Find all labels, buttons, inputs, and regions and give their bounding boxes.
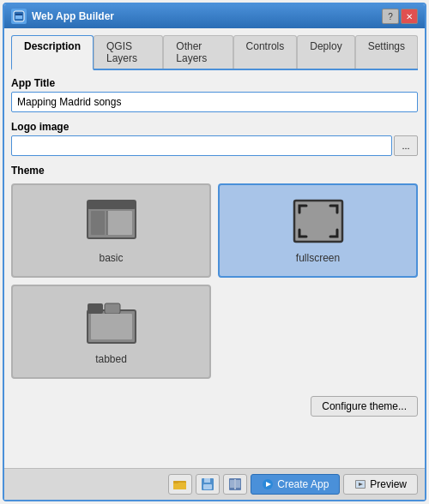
- svg-rect-12: [91, 314, 132, 339]
- svg-rect-2: [15, 14, 22, 15]
- svg-rect-5: [91, 211, 105, 235]
- logo-input-row: ...: [11, 135, 418, 156]
- main-content: Description QGIS Layers Other Layers Con…: [4, 28, 425, 468]
- svg-rect-22: [236, 480, 240, 488]
- theme-card-tabbed[interactable]: tabbed: [11, 285, 211, 379]
- tab-settings[interactable]: Settings: [355, 35, 418, 69]
- tab-description[interactable]: Description: [11, 35, 94, 70]
- tab-qgis-layers[interactable]: QGIS Layers: [94, 35, 163, 69]
- basic-theme-icon: [84, 197, 139, 245]
- create-app-label: Create App: [277, 478, 329, 490]
- titlebar-controls: ? ✕: [382, 9, 418, 24]
- svg-rect-21: [230, 480, 234, 488]
- logo-group: Logo image ...: [11, 121, 418, 156]
- app-icon: [11, 9, 27, 24]
- svg-rect-18: [203, 484, 212, 489]
- close-button[interactable]: ✕: [401, 9, 418, 24]
- theme-label: Theme: [11, 165, 418, 177]
- open-button[interactable]: [168, 474, 192, 495]
- titlebar: Web App Builder ? ✕: [4, 4, 425, 28]
- app-title-group: App Title: [11, 77, 418, 112]
- svg-rect-4: [88, 201, 136, 209]
- browse-button[interactable]: ...: [394, 135, 418, 156]
- theme-group: Theme basic: [11, 165, 418, 387]
- tabbed-theme-icon: [84, 298, 139, 346]
- svg-rect-15: [173, 481, 178, 483]
- fullscreen-theme-icon: [291, 197, 346, 245]
- create-app-icon: [262, 478, 274, 490]
- svg-rect-6: [107, 211, 132, 235]
- configure-theme-button[interactable]: Configure theme...: [311, 396, 418, 417]
- titlebar-left: Web App Builder: [11, 9, 114, 24]
- app-title-label: App Title: [11, 77, 418, 89]
- main-window: Web App Builder ? ✕ Description QGIS Lay…: [3, 3, 426, 501]
- window-title: Web App Builder: [32, 10, 114, 22]
- tab-bar: Description QGIS Layers Other Layers Con…: [11, 35, 418, 70]
- svg-rect-17: [204, 478, 210, 483]
- book-button[interactable]: [223, 474, 247, 495]
- fullscreen-theme-label: fullscreen: [296, 252, 340, 264]
- logo-label: Logo image: [11, 121, 418, 133]
- folder-icon: [173, 478, 187, 490]
- create-app-button[interactable]: Create App: [251, 474, 340, 495]
- save-button[interactable]: [196, 474, 220, 495]
- theme-grid: basic fullscreen: [11, 183, 418, 379]
- logo-input[interactable]: [11, 135, 392, 156]
- tabbed-theme-label: tabbed: [95, 353, 127, 365]
- theme-card-fullscreen[interactable]: fullscreen: [218, 183, 418, 278]
- app-title-input[interactable]: [11, 92, 418, 112]
- theme-card-basic[interactable]: basic: [11, 183, 211, 278]
- book-icon: [228, 477, 242, 491]
- preview-button[interactable]: Preview: [343, 474, 418, 495]
- basic-theme-label: basic: [99, 252, 123, 264]
- svg-rect-11: [105, 303, 120, 314]
- save-icon: [201, 477, 214, 491]
- tab-other-layers[interactable]: Other Layers: [163, 35, 233, 69]
- svg-rect-14: [173, 483, 186, 489]
- tab-deploy[interactable]: Deploy: [297, 35, 354, 69]
- configure-row: Configure theme...: [11, 396, 418, 417]
- footer: Create App Preview: [4, 468, 425, 500]
- help-button[interactable]: ?: [382, 9, 399, 24]
- tab-controls[interactable]: Controls: [233, 35, 298, 69]
- preview-icon: [354, 478, 366, 490]
- svg-rect-10: [88, 303, 103, 314]
- preview-label: Preview: [370, 478, 407, 490]
